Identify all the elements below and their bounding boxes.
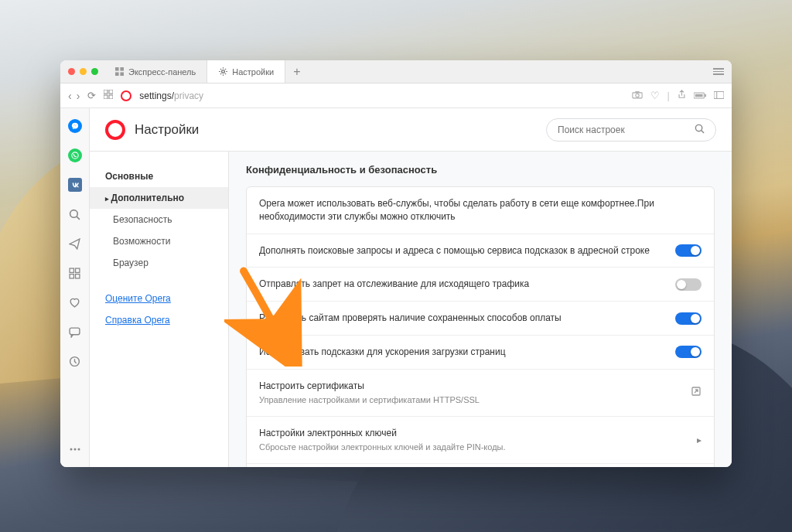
heart-icon[interactable]: ♡	[650, 90, 660, 101]
row-payments[interactable]: Разрешить сайтам проверять наличие сохра…	[247, 302, 714, 336]
svg-line-30	[702, 130, 704, 132]
traffic-lights	[68, 68, 98, 75]
tab-express-panel[interactable]: Экспресс-панель	[104, 60, 207, 83]
svg-point-29	[695, 124, 702, 131]
nav-rate-link[interactable]: Оцените Opera	[90, 288, 228, 309]
svg-rect-2	[115, 72, 119, 76]
svg-point-18	[70, 210, 78, 217]
svg-rect-21	[76, 268, 80, 272]
url-path: privacy	[174, 90, 203, 101]
settings-main: Конфиденциальность и безопасность Opera …	[229, 152, 732, 467]
search-icon[interactable]	[68, 207, 82, 221]
opera-icon	[121, 90, 131, 101]
tab-label: Экспресс-панель	[128, 67, 196, 77]
row-certificates[interactable]: Настроить сертификаты Управление настрой…	[247, 370, 714, 417]
toolbar: ‹ › ⟳ settings/privacy ♡ |	[60, 84, 732, 108]
settings-nav: Основные Дополнительно Безопасность Возм…	[90, 152, 229, 467]
svg-rect-7	[104, 95, 108, 99]
toggle-payments[interactable]	[675, 312, 702, 325]
row-label: Настроить сертификаты	[259, 380, 680, 393]
chat-icon[interactable]	[68, 325, 82, 339]
row-site-settings[interactable]: Настройки сайта Выберите, какие данные о…	[247, 464, 714, 467]
tabs-strip: Экспресс-панель Настройки +	[104, 60, 309, 83]
forward-button[interactable]: ›	[77, 90, 80, 102]
svg-rect-5	[104, 90, 108, 94]
nav-help-link[interactable]: Справка Opera	[90, 309, 228, 331]
nav-features[interactable]: Возможности	[90, 230, 228, 252]
row-label: Настройки электронных ключей	[259, 427, 686, 440]
row-label: Дополнять поисковые запросы и адреса с п…	[259, 244, 664, 257]
svg-rect-3	[120, 72, 124, 76]
extensions-icon[interactable]	[68, 266, 82, 280]
svg-point-27	[73, 448, 76, 451]
row-dnt[interactable]: Отправлять запрет на отслеживание для ис…	[247, 268, 714, 302]
svg-point-4	[221, 70, 224, 73]
messenger-icon[interactable]	[68, 119, 82, 133]
send-icon[interactable]	[68, 237, 82, 251]
svg-point-26	[70, 448, 72, 451]
row-sublabel: Сбросьте настройки электронных ключей и …	[259, 442, 686, 453]
tab-settings[interactable]: Настройки	[207, 60, 285, 83]
whatsapp-icon[interactable]	[68, 148, 82, 162]
address-bar[interactable]: settings/privacy	[139, 90, 623, 101]
svg-point-28	[77, 448, 80, 451]
snapshot-icon[interactable]	[632, 90, 643, 101]
svg-rect-8	[109, 95, 113, 99]
row-label: Разрешить сайтам проверять наличие сохра…	[259, 312, 664, 325]
svg-rect-23	[76, 274, 80, 278]
new-tab-button[interactable]: +	[285, 60, 308, 83]
grid-icon	[114, 67, 124, 77]
row-label: Opera может использовать веб-службы, что…	[259, 197, 702, 223]
speed-dial-icon[interactable]	[104, 90, 113, 101]
nav-security[interactable]: Безопасность	[90, 209, 228, 230]
menu-icon[interactable]	[713, 68, 724, 75]
close-button[interactable]	[68, 68, 75, 75]
toggle-dnt[interactable]	[675, 278, 702, 291]
row-preload[interactable]: Использовать подсказки для ускорения заг…	[247, 336, 714, 370]
toggle-suggestions[interactable]	[675, 244, 702, 257]
row-label: Отправлять запрет на отслеживание для ис…	[259, 278, 664, 291]
url-prefix: settings/	[139, 90, 174, 101]
nav-advanced[interactable]: Дополнительно	[90, 187, 228, 209]
sidebar-toggle-icon[interactable]	[714, 90, 724, 101]
svg-rect-22	[70, 274, 73, 278]
battery-icon[interactable]	[694, 90, 706, 101]
svg-rect-14	[705, 94, 706, 97]
titlebar: Экспресс-панель Настройки +	[60, 60, 732, 84]
nav-browser[interactable]: Браузер	[90, 252, 228, 274]
tab-label: Настройки	[232, 67, 274, 77]
vk-icon[interactable]	[68, 178, 82, 192]
search-icon	[695, 124, 705, 136]
row-suggestions[interactable]: Дополнять поисковые запросы и адреса с п…	[247, 234, 714, 268]
settings-header: Настройки	[90, 108, 732, 152]
svg-rect-24	[70, 328, 80, 335]
share-icon[interactable]	[678, 90, 686, 101]
external-link-icon	[691, 386, 702, 399]
search-input[interactable]	[558, 124, 688, 135]
svg-line-19	[77, 217, 80, 220]
row-security-keys[interactable]: Настройки электронных ключей Сбросьте на…	[247, 417, 714, 464]
svg-rect-1	[120, 67, 124, 71]
more-icon[interactable]	[68, 442, 82, 456]
settings-card: Opera может использовать веб-службы, что…	[246, 186, 715, 467]
row-intro: Opera может использовать веб-службы, что…	[247, 187, 714, 234]
gear-icon	[218, 67, 227, 77]
minimize-button[interactable]	[80, 68, 87, 75]
chevron-right-icon: ▸	[697, 435, 702, 445]
row-sublabel: Управление настройками и сертификатами H…	[259, 394, 680, 406]
history-icon[interactable]	[68, 354, 82, 368]
toggle-preload[interactable]	[675, 346, 702, 358]
svg-point-10	[635, 94, 638, 97]
svg-point-17	[71, 152, 77, 159]
maximize-button[interactable]	[91, 68, 98, 75]
page-title: Настройки	[135, 122, 199, 138]
nav-basic[interactable]: Основные	[90, 165, 228, 187]
svg-rect-11	[635, 91, 639, 93]
search-settings[interactable]	[546, 118, 716, 142]
back-button[interactable]: ‹	[68, 90, 72, 102]
reload-button[interactable]: ⟳	[87, 90, 96, 101]
svg-rect-20	[70, 268, 73, 272]
svg-rect-15	[714, 91, 724, 98]
sidebar-icons	[60, 108, 90, 467]
favorites-icon[interactable]	[68, 295, 82, 309]
